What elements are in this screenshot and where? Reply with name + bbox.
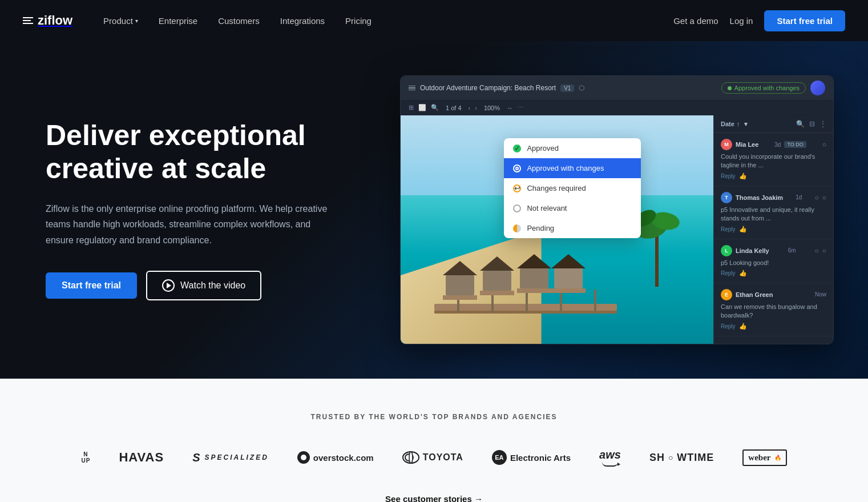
filter-icon[interactable]: ⊟ [809,120,815,128]
mockup-image-area: ✓ Approved Approved with changes ↩ [401,115,713,344]
chevron-down-icon: ▾ [135,18,138,24]
beach-visual: ✓ Approved Approved with changes ↩ [401,115,713,344]
svg-marker-7 [443,261,477,275]
comment-item: M Mia Lee 3d TO DO ○ Could you incorpora… [714,133,833,186]
watch-video-button[interactable]: Watch the video [146,271,261,300]
mockup-version: V1 [560,85,574,92]
comment-text: Could you incorporate our brand's taglin… [721,152,826,170]
brands-section: TRUSTED BY THE WORLD'S TOP BRANDS AND AG… [0,379,868,502]
start-trial-hero-button[interactable]: Start free trial [46,272,137,299]
reply-button[interactable]: Reply [721,323,736,330]
svg-marker-16 [551,254,586,268]
approved-changes-status-icon [513,164,521,172]
toolbar-more-icon[interactable]: ⋯ [518,104,524,111]
logo-text: ziflow [38,13,72,28]
toolbar-fit-icon[interactable]: ↔ [507,105,513,111]
comment-item: E Ethan Green Now Can we remove this bun… [714,283,833,336]
more-icon[interactable]: ⋮ [819,120,826,128]
comment-check-icon: ○ [814,194,818,202]
svg-rect-15 [517,288,551,293]
comment-resolve-icon: ○ [822,194,826,202]
comment-text: Can we remove this bungalow and boardwal… [721,303,826,320]
comments-header: Date ↑ ▾ 🔍 ⊟ ⋮ [714,115,833,133]
svg-rect-17 [554,268,583,288]
hero-content: Deliver exceptional creative at scale Zi… [46,119,331,300]
mockup-toolbar: ⊞ ⬜ 🔍 1 of 4 ‹ › 100% ↔ ⋯ [401,101,833,115]
avatar [810,81,825,95]
dropdown-not-relevant[interactable]: Not relevant [504,198,641,218]
mockup-titlebar-right: Approved with changes [721,81,825,95]
avatar: M [721,139,732,150]
status-dropdown[interactable]: ✓ Approved Approved with changes ↩ [504,138,641,238]
search-icon[interactable]: 🔍 [796,120,805,128]
logo-icon [23,17,33,24]
brand-ea: EA Electronic Arts [492,450,571,465]
comment-time: Now [815,291,826,298]
brands-title: TRUSTED BY THE WORLD'S TOP BRANDS AND AG… [23,413,845,421]
nav-product[interactable]: Product ▾ [95,11,146,30]
like-icon[interactable]: 👍 [739,226,747,233]
comment-badge: TO DO [784,141,806,148]
start-trial-nav-button[interactable]: Start free trial [764,10,845,31]
comments-actions: 🔍 ⊟ ⋮ [796,120,826,128]
pending-status-icon [513,224,521,232]
comment-resolve-icon: ○ [822,247,826,255]
like-icon[interactable]: 👍 [739,172,747,180]
dropdown-changes-required[interactable]: ↩ Changes required [504,178,641,198]
dropdown-approved-changes[interactable]: Approved with changes [504,158,641,178]
nav-pricing[interactable]: Pricing [337,11,380,30]
brand-weber: weber 🔥 [742,449,786,466]
hero-title: Deliver exceptional creative at scale [46,119,331,185]
menu-icon [409,86,415,91]
toolbar-next-icon[interactable]: › [475,105,477,111]
dropdown-approved[interactable]: ✓ Approved [504,138,641,158]
comment-check-icon: ○ [815,247,819,255]
comment-author: Ethan Green [736,291,773,298]
mockup-titlebar-left: Outdoor Adventure Campaign: Beach Resort… [409,84,584,92]
not-relevant-status-icon [513,204,521,212]
comment-item: T Thomas Joakim 1d ○ ○ p5 Innovative and… [714,186,833,239]
nav-actions: Get a demo Log in Start free trial [673,10,845,31]
logo-link[interactable]: ziflow [23,13,95,28]
login-link[interactable]: Log in [730,16,753,26]
like-icon[interactable]: 👍 [739,270,747,277]
like-icon[interactable]: 👍 [739,323,747,330]
toolbar-grid-icon: ⊞ [409,104,414,111]
comment-actions: Reply 👍 [721,172,826,180]
comment-meta: T Thomas Joakim 1d ○ ○ [721,192,826,203]
toolbar-zoom-level: 100% [484,105,500,111]
navbar: ziflow Product ▾ Enterprise Customers In… [0,0,868,41]
nav-integrations[interactable]: Integrations [272,11,333,30]
svg-rect-6 [594,290,596,312]
comment-actions: Reply 👍 [721,323,826,330]
nav-enterprise[interactable]: Enterprise [151,11,205,30]
approved-status-icon: ✓ [513,144,521,152]
approved-dot [728,86,732,90]
avatar: L [721,245,732,256]
reply-button[interactable]: Reply [721,173,736,179]
toolbar-prev-icon[interactable]: ‹ [469,105,471,111]
reply-button[interactable]: Reply [721,226,736,232]
dropdown-pending[interactable]: Pending [504,218,641,238]
get-demo-link[interactable]: Get a demo [673,16,718,26]
reply-button[interactable]: Reply [721,270,736,276]
play-icon [162,279,175,292]
approved-badge: Approved with changes [721,82,806,94]
comment-actions: Reply 👍 [721,226,826,233]
brand-overstock: overstock.com [297,451,374,464]
svg-point-25 [409,452,413,463]
svg-rect-12 [480,291,514,295]
nav-links: Product ▾ Enterprise Customers Integrati… [95,11,673,30]
chevron-down-icon: ▾ [744,121,748,128]
see-stories-link[interactable]: See customer stories → [385,494,483,502]
avatar: E [721,289,732,300]
expand-icon: ⬡ [579,84,584,92]
brand-aws: aws [599,448,621,467]
svg-marker-13 [517,254,551,268]
nav-customers[interactable]: Customers [210,11,268,30]
svg-rect-8 [446,275,474,295]
hero-buttons: Start free trial Watch the video [46,271,331,300]
comments-date-sort[interactable]: Date ↑ ▾ [721,121,748,128]
svg-rect-14 [520,268,548,288]
hero-description: Ziflow is the only enterprise online pro… [46,201,331,248]
